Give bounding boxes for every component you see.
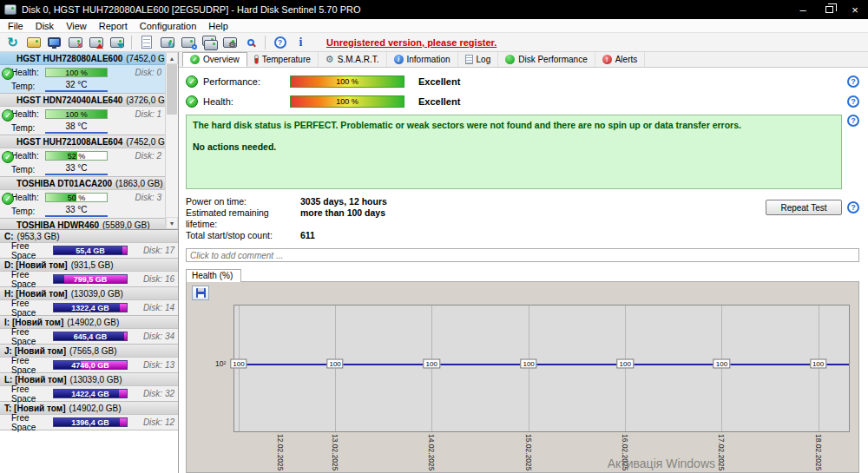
disk-number: Disk: 12 <box>143 417 174 427</box>
monitor-icon[interactable] <box>45 34 63 51</box>
x-axis-label: 13.02.2025 <box>331 434 339 472</box>
x-axis-label: 18.02.2025 <box>814 434 823 472</box>
data-point-label: 100 <box>713 358 730 368</box>
disk-mount-icon[interactable] <box>108 34 126 51</box>
disk-settings-icon[interactable]: ⚙ <box>220 34 239 51</box>
menu-report[interactable]: Report <box>93 19 134 32</box>
tab-alerts[interactable]: !Alerts <box>595 52 646 67</box>
free-space-bar: 1396,4 GB <box>53 417 128 427</box>
menu-view[interactable]: View <box>60 19 93 32</box>
scrollbar-thumb[interactable] <box>167 64 177 115</box>
health-label: Health: <box>11 193 43 202</box>
search-icon[interactable] <box>241 34 260 51</box>
disk-list: ✓ HGST HUH728080ALE600(7452,0 GB) Health… <box>0 52 165 229</box>
disk-remove-icon[interactable]: × <box>66 34 84 51</box>
power-on-time-value: 3035 days, 12 hours <box>300 196 387 207</box>
disk-eject-icon[interactable] <box>87 34 105 51</box>
disk-info-list: Power on time:3035 days, 12 hours Estima… <box>186 196 766 241</box>
x-axis-label: 15.02.2025 <box>524 434 533 472</box>
disk-search-icon[interactable] <box>179 34 197 51</box>
info-icon[interactable]: i <box>292 34 310 51</box>
disk-warning-icon[interactable] <box>24 34 43 51</box>
chart-tab-health[interactable]: Health (%) <box>186 269 241 282</box>
disk-list-item-4[interactable]: TOSHIBA HDWR460(5589,0 GB) <box>0 219 165 229</box>
free-space-label: Free Space <box>11 356 53 375</box>
disk-sync-icon[interactable]: ↻ <box>158 34 176 51</box>
partition-size: (13039,0 GB) <box>71 289 123 299</box>
disk-number: Disk: 3 <box>135 193 161 202</box>
health-bar: 52 % <box>45 151 108 161</box>
health-label: Health: <box>11 151 43 161</box>
tab-smart[interactable]: ⚙S.M.A.R.T. <box>319 52 387 67</box>
partition-item-j[interactable]: J: [Новий том](7565,8 GB) Free Space 474… <box>0 345 178 373</box>
tab-disk-performance[interactable]: Disk Performance <box>498 52 595 67</box>
report-icon[interactable] <box>137 34 155 51</box>
comment-input[interactable] <box>186 248 859 262</box>
disk-list-item-3[interactable]: ✓ TOSHIBA DT01ACA200(1863,0 GB) Health: … <box>0 177 165 219</box>
thermometer-icon <box>254 55 259 64</box>
alert-icon: ! <box>602 55 612 64</box>
log-icon <box>465 55 473 64</box>
up-arrow-icon: ▲ <box>169 56 175 62</box>
close-button[interactable]: × <box>842 0 868 19</box>
refresh-icon[interactable]: ↻ <box>3 34 22 51</box>
remaining-lifetime-value: more than 100 days <box>300 207 385 230</box>
menu-file[interactable]: File <box>2 19 30 32</box>
health-ok-icon: ✓ <box>2 151 14 163</box>
tab-overview[interactable]: ✓Overview <box>182 52 247 67</box>
help-icon[interactable]: ? <box>847 76 859 88</box>
menu-help[interactable]: Help <box>202 19 234 32</box>
menu-configuration[interactable]: Configuration <box>134 19 202 32</box>
partition-item-c[interactable]: C:(953,3 GB) Free Space 55,4 GB Disk: 17 <box>0 230 178 259</box>
help-icon[interactable]: ? <box>847 95 859 108</box>
partition-name: L: [Новий том] <box>4 375 67 384</box>
data-point-label: 100 <box>617 358 634 368</box>
power-on-time-label: Power on time: <box>186 196 300 207</box>
disk-list-scrollbar[interactable]: ▲ ▼ <box>165 52 178 229</box>
partition-item-i[interactable]: I: [Новий том](14902,0 GB) Free Space 64… <box>0 316 178 345</box>
temp-value: 38 °C <box>45 122 108 134</box>
disk-list-item-2[interactable]: ✓ HGST HUH721008ALE604(7452,0 GB) Health… <box>0 135 165 177</box>
tab-information[interactable]: iInformation <box>387 52 458 67</box>
disks-stack-icon[interactable] <box>200 34 218 51</box>
partition-item-l[interactable]: L: [Новий том](13039,0 GB) Free Space 14… <box>0 373 178 402</box>
scrollbar-track[interactable] <box>166 64 178 217</box>
disk-status-message: The hard disk status is PERFECT. Problem… <box>186 115 842 189</box>
tab-temperature[interactable]: Temperature <box>247 52 319 67</box>
scroll-up-button[interactable]: ▲ <box>166 52 178 64</box>
register-link[interactable]: Unregistered version, please register. <box>326 37 496 48</box>
disk-name: HGST HUH728080ALE600 <box>16 54 122 63</box>
free-space-bar: 1322,4 GB <box>53 303 128 312</box>
remaining-lifetime-label: Estimated remaining lifetime: <box>186 207 300 230</box>
status-text: The hard disk status is PERFECT. Problem… <box>193 120 835 131</box>
performance-icon <box>505 55 515 64</box>
disk-name: TOSHIBA DT01ACA200 <box>16 179 112 188</box>
disk-list-item-0[interactable]: ✓ HGST HUH728080ALE600(7452,0 GB) Health… <box>0 52 165 94</box>
temp-value: 33 °C <box>45 205 108 217</box>
repeat-test-button[interactable]: Repeat Test <box>766 200 842 215</box>
restore-button[interactable] <box>816 0 842 19</box>
tab-log[interactable]: Log <box>458 52 499 67</box>
disk-list-item-1[interactable]: ✓ HGST HDN724040ALE640(3726,0 GB) Health… <box>0 94 165 135</box>
title-bar: Disk 0, HGST HUH728080ALE600 [2EG5UDRP] … <box>0 0 868 19</box>
menu-disk[interactable]: Disk <box>30 19 60 32</box>
partition-size: (14902,0 GB) <box>69 404 121 413</box>
disk-size: (5589,0 GB) <box>102 220 149 230</box>
health-ok-icon: ✓ <box>2 193 14 205</box>
help-icon[interactable]: ? <box>847 201 859 214</box>
partition-item-d[interactable]: D: [Новий том](931,5 GB) Free Space 799,… <box>0 259 178 287</box>
disk-size: (7452,0 GB) <box>126 54 165 63</box>
health-rating: Excellent <box>418 96 460 107</box>
partition-item-h[interactable]: H: [Новий том](13039,0 GB) Free Space 13… <box>0 287 178 316</box>
minimize-button[interactable]: – <box>790 0 816 19</box>
menu-bar: File Disk View Report Configuration Help <box>0 19 868 33</box>
info-icon: i <box>394 55 404 64</box>
health-ok-icon: ✓ <box>2 109 14 122</box>
scroll-down-button[interactable]: ▼ <box>166 217 178 229</box>
partition-item-t[interactable]: T: [Новий том](14902,0 GB) Free Space 13… <box>0 402 178 430</box>
save-chart-button[interactable] <box>192 286 209 300</box>
help-icon[interactable]: ? <box>271 34 289 51</box>
partition-size: (13039,0 GB) <box>70 375 122 384</box>
help-icon[interactable]: ? <box>847 115 859 127</box>
free-space-label: Free Space <box>11 327 53 346</box>
